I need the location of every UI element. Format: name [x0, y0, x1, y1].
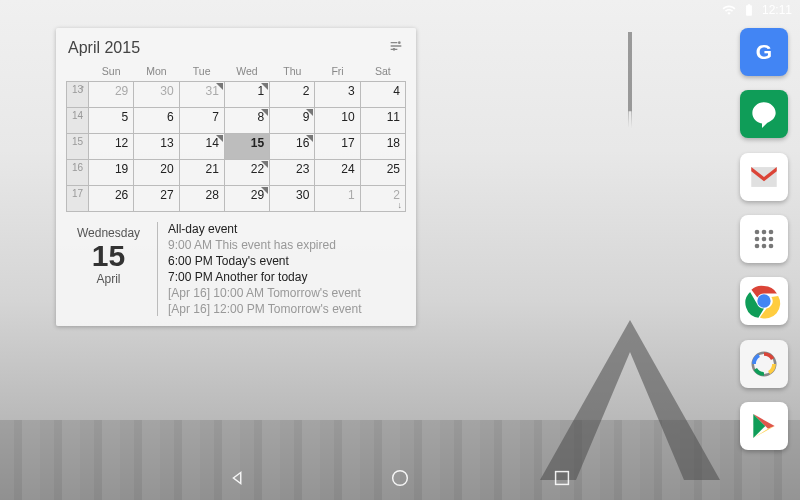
- app-hangouts[interactable]: [740, 90, 788, 138]
- nav-recent[interactable]: [551, 467, 573, 489]
- event-indicator-icon: [306, 109, 313, 116]
- svg-point-6: [769, 237, 774, 242]
- status-time: 12:11: [762, 3, 792, 17]
- agenda-event[interactable]: 9:00 AM This event has expired: [168, 238, 406, 252]
- calendar-dow-header: Thu: [270, 63, 315, 82]
- calendar-day[interactable]: 29: [89, 82, 134, 108]
- calendar-dow-header: Tue: [179, 63, 224, 82]
- calendar-day[interactable]: 21: [179, 160, 224, 186]
- calendar-day[interactable]: 28: [179, 186, 224, 212]
- week-number: 13↑: [67, 82, 89, 108]
- calendar-day[interactable]: 15: [224, 134, 269, 160]
- svg-point-5: [762, 237, 767, 242]
- calendar-day[interactable]: 5: [89, 108, 134, 134]
- calendar-day[interactable]: 1: [315, 186, 360, 212]
- svg-point-8: [762, 244, 767, 249]
- agenda-event[interactable]: 7:00 PM Another for today: [168, 270, 406, 284]
- week-number: 16: [67, 160, 89, 186]
- svg-point-9: [769, 244, 774, 249]
- event-indicator-icon: [261, 109, 268, 116]
- calendar-day[interactable]: 29: [224, 186, 269, 212]
- calendar-day[interactable]: 17: [315, 134, 360, 160]
- svg-point-2: [762, 230, 767, 235]
- calendar-dow-header: Fri: [315, 63, 360, 82]
- calendar-day[interactable]: 10: [315, 108, 360, 134]
- nav-back[interactable]: [227, 467, 249, 489]
- calendar-day[interactable]: 19: [89, 160, 134, 186]
- agenda-date[interactable]: Wednesday 15 April: [66, 222, 158, 316]
- svg-text:G: G: [756, 40, 772, 63]
- nav-bar: [0, 456, 800, 500]
- svg-point-16: [393, 471, 408, 486]
- week-number: 15: [67, 134, 89, 160]
- week-number: 14: [67, 108, 89, 134]
- calendar-dow-header: Sat: [360, 63, 405, 82]
- calendar-day[interactable]: 22: [224, 160, 269, 186]
- svg-point-15: [393, 48, 396, 51]
- calendar-day[interactable]: 4: [360, 82, 405, 108]
- calendar-grid: SunMonTueWedThuFriSat 13↑293031123414567…: [66, 63, 406, 212]
- calendar-day[interactable]: 20: [134, 160, 179, 186]
- svg-rect-17: [556, 472, 569, 485]
- app-drawer[interactable]: [740, 215, 788, 263]
- agenda-list: All-day event9:00 AM This event has expi…: [158, 222, 406, 316]
- calendar-day[interactable]: 3: [315, 82, 360, 108]
- calendar-day[interactable]: 31: [179, 82, 224, 108]
- agenda-event[interactable]: 6:00 PM Today's event: [168, 254, 406, 268]
- agenda-month: April: [66, 272, 151, 286]
- agenda-event[interactable]: [Apr 16] 12:00 PM Tomorrow's event: [168, 302, 406, 316]
- calendar-day[interactable]: 18: [360, 134, 405, 160]
- event-indicator-icon: [261, 187, 268, 194]
- settings-icon[interactable]: [388, 38, 404, 57]
- agenda-event[interactable]: [Apr 16] 10:00 AM Tomorrow's event: [168, 286, 406, 300]
- calendar-day[interactable]: 30: [134, 82, 179, 108]
- app-gmail[interactable]: [740, 153, 788, 201]
- calendar-day[interactable]: 24: [315, 160, 360, 186]
- calendar-day[interactable]: 6: [134, 108, 179, 134]
- calendar-day[interactable]: 11: [360, 108, 405, 134]
- wallpaper-tower: [560, 32, 700, 472]
- calendar-dow-header: Wed: [224, 63, 269, 82]
- nav-home[interactable]: [389, 467, 411, 489]
- agenda: Wednesday 15 April All-day event9:00 AM …: [66, 222, 406, 316]
- app-chrome[interactable]: [740, 277, 788, 325]
- app-play[interactable]: [740, 402, 788, 450]
- svg-point-4: [755, 237, 760, 242]
- app-google[interactable]: G: [740, 28, 788, 76]
- calendar-dow-header: Mon: [134, 63, 179, 82]
- agenda-event[interactable]: All-day event: [168, 222, 406, 236]
- event-indicator-icon: [216, 83, 223, 90]
- agenda-dow: Wednesday: [66, 226, 151, 240]
- calendar-widget: April 2015 SunMonTueWedThuFriSat 13↑2930…: [56, 28, 416, 326]
- calendar-day[interactable]: 9: [270, 108, 315, 134]
- app-dock: G: [734, 28, 794, 450]
- svg-point-1: [755, 230, 760, 235]
- agenda-dom: 15: [66, 240, 151, 272]
- event-indicator-icon: [261, 83, 268, 90]
- event-indicator-icon: [306, 135, 313, 142]
- calendar-day[interactable]: 16: [270, 134, 315, 160]
- calendar-day[interactable]: 27: [134, 186, 179, 212]
- event-indicator-icon: [216, 135, 223, 142]
- calendar-day[interactable]: 7: [179, 108, 224, 134]
- calendar-day[interactable]: 8: [224, 108, 269, 134]
- calendar-day[interactable]: 13: [134, 134, 179, 160]
- calendar-day[interactable]: 30: [270, 186, 315, 212]
- calendar-day[interactable]: 2↓: [360, 186, 405, 212]
- calendar-day[interactable]: 1: [224, 82, 269, 108]
- calendar-day[interactable]: 14: [179, 134, 224, 160]
- event-indicator-icon: [261, 161, 268, 168]
- calendar-day[interactable]: 23: [270, 160, 315, 186]
- svg-point-7: [755, 244, 760, 249]
- app-camera[interactable]: [740, 340, 788, 388]
- calendar-day[interactable]: 2: [270, 82, 315, 108]
- status-bar: 12:11: [0, 0, 800, 20]
- week-number: 17: [67, 186, 89, 212]
- calendar-day[interactable]: 25: [360, 160, 405, 186]
- calendar-day[interactable]: 12: [89, 134, 134, 160]
- svg-point-14: [398, 41, 401, 44]
- calendar-day[interactable]: 26: [89, 186, 134, 212]
- calendar-dow-header: Sun: [89, 63, 134, 82]
- battery-icon: [742, 3, 756, 17]
- widget-title[interactable]: April 2015: [68, 39, 140, 57]
